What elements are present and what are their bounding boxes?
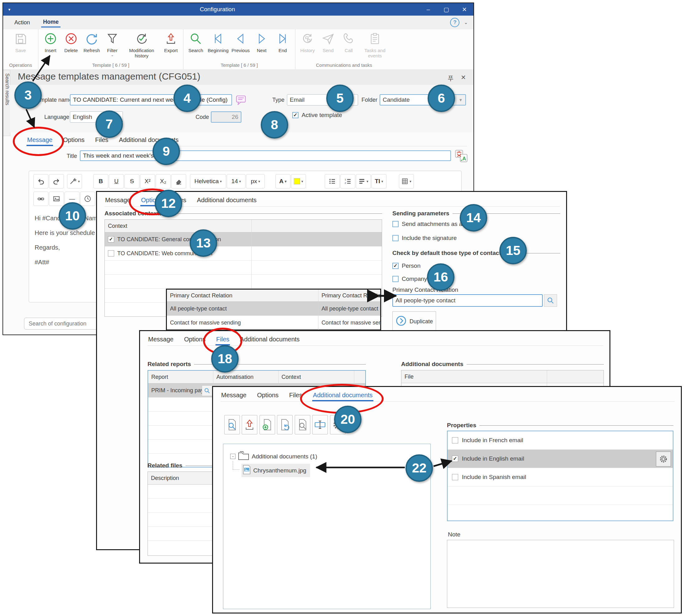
highlight-color-button[interactable]: ▾ [291, 174, 306, 189]
title-input[interactable] [80, 150, 451, 161]
context-row[interactable]: ✓TO CANDIDATE: General communication [105, 233, 382, 246]
pin-icon[interactable]: 푸 [448, 74, 454, 83]
property-row-english[interactable]: ✓Include in English email [448, 450, 673, 468]
active-template-checkbox[interactable]: ✓ Active template [292, 112, 342, 118]
chevron-down-icon[interactable]: ▼ [456, 95, 465, 105]
relation-row[interactable]: Contact for massive sending Contact for … [167, 316, 380, 330]
primary-contact-relation-combo[interactable]: All people-type contact [392, 294, 543, 307]
bold-button[interactable]: B [93, 174, 108, 189]
help-icon[interactable]: ? [450, 18, 459, 27]
save-button[interactable]: Save [10, 31, 31, 54]
lookup-magnifier-icon[interactable] [544, 294, 557, 307]
call-button[interactable]: Call [338, 31, 359, 54]
collapse-ribbon-icon[interactable]: ⌄ [464, 20, 468, 25]
numbered-list-icon[interactable]: 12 [340, 174, 355, 189]
filter-icon [106, 32, 119, 47]
tab-message[interactable]: Message [221, 392, 247, 401]
send-button[interactable]: Send [318, 31, 338, 54]
company-checkbox[interactable]: Company [392, 276, 427, 282]
tab-message[interactable]: Message [147, 336, 174, 346]
person-checkbox[interactable]: ✓Person [392, 262, 420, 269]
expander-icon[interactable]: − [230, 454, 235, 459]
list-empty-row [448, 505, 673, 523]
documents-tree[interactable]: − Additional documents (1) Chrysanthemum… [223, 444, 431, 609]
refresh-button[interactable]: Refresh [82, 31, 102, 54]
next-button[interactable]: Next [251, 31, 272, 54]
history-button[interactable]: History [297, 31, 318, 54]
delete-button[interactable]: Delete [61, 31, 82, 54]
sidebar-tab-search-results[interactable]: Search results [3, 70, 10, 136]
filter-dropdown-icon[interactable]: ⌄ [111, 53, 114, 57]
tab-options[interactable]: Options [62, 136, 85, 146]
tab-additional-documents[interactable]: Additional documents [239, 336, 300, 346]
export-button[interactable]: Export [161, 31, 181, 54]
rename-document-icon[interactable] [312, 415, 328, 434]
tree-node-root[interactable]: − Additional documents (1) [230, 451, 430, 462]
report-column-header[interactable]: Report [148, 371, 213, 383]
table-icon[interactable]: ▾ [399, 174, 414, 189]
lookup-magnifier-icon[interactable] [202, 386, 212, 396]
menu-home[interactable]: Home [41, 18, 61, 27]
relation-row[interactable]: All people-type contact All people-type … [167, 302, 380, 316]
link-icon[interactable] [33, 192, 48, 206]
superscript-button[interactable]: X² [140, 174, 155, 189]
text-style-button[interactable]: TI▾ [371, 174, 386, 189]
translate-icon[interactable]: A [454, 149, 468, 164]
comment-icon[interactable] [235, 94, 247, 107]
tab-message[interactable]: Message [105, 197, 131, 206]
maximize-icon[interactable]: ▢ [437, 3, 455, 16]
bullet-list-icon[interactable] [325, 174, 340, 189]
close-icon[interactable]: ✕ [455, 3, 474, 16]
strikethrough-button[interactable]: S [124, 174, 139, 189]
note-textarea[interactable] [447, 540, 674, 608]
menu-action[interactable]: Action [13, 18, 32, 27]
eraser-icon[interactable] [171, 174, 186, 189]
property-row-spanish[interactable]: Include in Spanish email [448, 468, 673, 486]
relation-column-header[interactable]: Primary Contact Relation [318, 290, 380, 302]
insert-button[interactable]: Insert [40, 31, 61, 54]
align-icon[interactable]: ▾ [356, 174, 371, 189]
beginning-button[interactable]: Beginning [206, 31, 230, 54]
font-color-button[interactable]: A▾ [275, 174, 290, 189]
previous-button[interactable]: Previous [230, 31, 251, 54]
font-family-select[interactable]: Helvetica▾ [190, 174, 226, 189]
file-column-header[interactable]: File [402, 370, 547, 383]
upload-document-icon[interactable] [242, 415, 257, 434]
time-icon[interactable] [80, 192, 95, 206]
duplicate-button[interactable]: Duplicate [392, 311, 436, 331]
search-button[interactable]: Search [186, 31, 206, 54]
font-size-select[interactable]: 14▾ [227, 174, 246, 189]
close-panel-icon[interactable]: ✕ [461, 74, 466, 81]
context-column-header[interactable]: Context [105, 220, 252, 232]
modification-history-button[interactable]: Modification history [122, 31, 161, 59]
context-row[interactable]: TO CANDIDATE: Web communication [105, 246, 382, 261]
filter-button[interactable]: Filter ⌄ [102, 31, 122, 58]
automatisation-column-header[interactable]: Automatisation [213, 371, 278, 383]
font-unit-select[interactable]: px▾ [246, 174, 265, 189]
pin-icon[interactable]: ▾ [3, 7, 16, 12]
property-row-french[interactable]: Include in French email [448, 431, 673, 450]
add-document-icon[interactable] [259, 415, 275, 434]
undo-icon[interactable] [33, 174, 48, 189]
magic-wand-icon[interactable]: ▾ [67, 174, 82, 189]
redo-icon[interactable] [49, 174, 64, 189]
editor-table-group: ▾ [399, 174, 414, 189]
image-icon[interactable] [49, 192, 64, 206]
subscript-button[interactable]: X₂ [156, 174, 170, 189]
tasks-events-button[interactable]: Tasks and events [359, 31, 391, 59]
include-signature-checkbox[interactable]: Include the signature [392, 235, 457, 242]
template-name-input[interactable] [70, 94, 232, 106]
relation-column-header[interactable]: Primary Contact Relation [167, 290, 318, 302]
tab-options[interactable]: Options [256, 392, 279, 401]
tree-node-file[interactable]: Chrysanthemum.jpg [242, 464, 310, 477]
tab-files[interactable]: Files [94, 136, 109, 146]
document-history-icon[interactable] [277, 415, 293, 434]
context-column-header[interactable]: Context [278, 371, 355, 383]
end-button[interactable]: End [272, 31, 293, 54]
tab-additional-documents[interactable]: Additional documents [196, 197, 257, 206]
view-document-icon[interactable] [295, 415, 310, 434]
underline-button[interactable]: U [109, 174, 124, 189]
minimize-icon[interactable]: – [419, 3, 437, 16]
preview-document-icon[interactable] [224, 415, 240, 434]
gear-icon[interactable] [656, 452, 671, 466]
